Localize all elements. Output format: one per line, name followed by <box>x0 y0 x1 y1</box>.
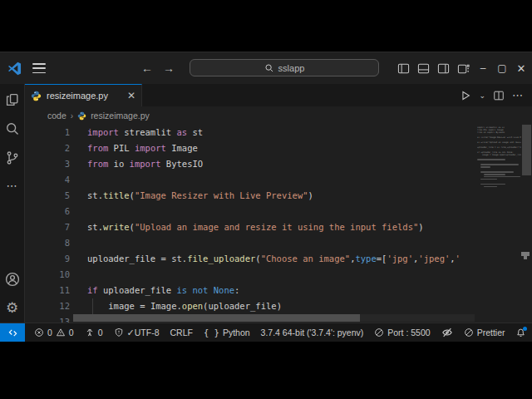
code-line[interactable]: 7st.write("Upload an image and resize it… <box>25 219 475 235</box>
activity-bar: ⋯ ⚙ <box>0 84 25 323</box>
toggle-panel-icon[interactable] <box>417 62 430 75</box>
minimap-line: uploader_file = st.file_uploader("Choose… <box>477 146 521 149</box>
code-lines[interactable]: 1import streamlit as st2from PIL import … <box>25 125 475 323</box>
run-dropdown-icon[interactable]: ⌄ <box>479 91 485 100</box>
line-content[interactable]: st.title("Image Resizer with Live Previe… <box>87 188 313 204</box>
port-indicator[interactable]: Port : 5500 <box>374 328 430 337</box>
code-line[interactable]: 10 <box>25 267 475 283</box>
toggle-sidebar-icon[interactable] <box>397 62 410 75</box>
remote-indicator[interactable] <box>0 323 25 342</box>
command-center-search[interactable]: sslapp <box>190 59 379 76</box>
breadcrumb-file[interactable]: resizeimage.py <box>91 111 150 121</box>
editor-actions: ⌄ ⋯ <box>460 84 532 106</box>
minimize-button[interactable]: – <box>477 62 489 74</box>
toggle-secondary-sidebar-icon[interactable] <box>437 62 450 75</box>
horizontal-scrollbar-thumb[interactable] <box>73 314 360 322</box>
python-file-icon <box>31 91 42 101</box>
toggle-visibility-indicator[interactable] <box>441 327 453 338</box>
code-line[interactable]: 8 <box>25 235 475 251</box>
line-content[interactable]: import streamlit as st <box>87 125 203 140</box>
problems-indicator[interactable]: 0 0 <box>34 328 74 337</box>
account-icon[interactable] <box>5 272 20 287</box>
eye-slash-icon <box>441 327 453 338</box>
code-line[interactable]: 1import streamlit as st <box>25 125 475 140</box>
breadcrumb[interactable]: code › resizeimage.py <box>25 106 532 125</box>
line-content[interactable]: from PIL import Image <box>87 140 198 156</box>
interpreter-indicator[interactable]: 3.7.4 64-bit ('3.7.4': pyenv) <box>261 328 364 337</box>
code-line[interactable]: 11if uploader_file is not None: <box>25 283 475 298</box>
circle-slash-icon <box>464 328 474 337</box>
language-label: Python <box>223 328 250 337</box>
line-number: 9 <box>25 251 87 267</box>
main-body: ⋯ ⚙ resizeima <box>0 84 532 323</box>
minimap-line <box>480 166 490 168</box>
minimap[interactable]: import streamlit as stfrom PIL import Im… <box>475 125 521 323</box>
code-line[interactable]: 5st.title("Image Resizer with Live Previ… <box>25 188 475 204</box>
close-window-button[interactable]: ✕ <box>515 62 527 75</box>
code-line[interactable]: 6 <box>25 204 475 219</box>
more-views-icon[interactable]: ⋯ <box>7 180 18 192</box>
run-python-icon[interactable] <box>460 90 471 101</box>
statusbar-left: 0 0 0 ✓ <box>34 328 135 338</box>
statusbar-right: UTF-8 CRLF { } Python 3.7.4 64-bit ('3.7… <box>135 327 527 338</box>
code-line[interactable]: 2from PIL import Image <box>25 140 475 156</box>
editor-group: resizeimage.py ✕ ⌄ ⋯ <box>25 84 532 323</box>
line-number: 1 <box>25 125 87 140</box>
shield-icon <box>114 328 124 337</box>
code-line[interactable]: 3from io import BytesIO <box>25 156 475 172</box>
status-bar: 0 0 0 ✓ <box>0 323 532 342</box>
tab-label: resizeimage.py <box>47 91 108 101</box>
split-editor-icon[interactable] <box>493 90 505 101</box>
source-control-icon[interactable] <box>5 150 20 165</box>
ports-indicator[interactable]: 0 <box>85 328 103 337</box>
search-value: sslapp <box>278 63 305 73</box>
error-count: 0 <box>47 328 52 337</box>
prettier-indicator[interactable]: Prettier <box>464 328 505 337</box>
vscode-window: ← → sslapp – <box>0 52 532 342</box>
explorer-icon[interactable] <box>5 92 20 107</box>
radio-tower-icon <box>85 328 95 337</box>
minimap-line <box>480 179 497 180</box>
maximize-button[interactable]: ▢ <box>496 62 508 74</box>
breadcrumb-separator: › <box>71 111 73 121</box>
editor-more-actions-icon[interactable]: ⋯ <box>512 89 524 101</box>
tab-resizeimage[interactable]: resizeimage.py ✕ <box>25 84 142 106</box>
search-sidebar-icon[interactable] <box>5 121 20 136</box>
back-arrow-button[interactable]: ← <box>140 60 155 76</box>
vertical-scrollbar[interactable] <box>521 125 532 323</box>
search-icon <box>264 63 274 73</box>
warning-icon <box>56 328 66 337</box>
line-content[interactable]: image = Image.open(uploader_file) <box>87 298 282 314</box>
line-number: 3 <box>25 156 87 172</box>
line-content[interactable]: uploader_file = st.file_uploader("Choose… <box>87 251 461 267</box>
language-indicator[interactable]: { } Python <box>204 328 250 337</box>
code-line[interactable]: 4 <box>25 172 475 188</box>
breadcrumb-folder[interactable]: code <box>47 111 66 121</box>
circle-slash-icon <box>374 328 384 337</box>
tab-close-icon[interactable]: ✕ <box>127 90 135 101</box>
minimap-line <box>480 164 519 165</box>
line-content[interactable]: from io import BytesIO <box>87 156 203 172</box>
line-number: 4 <box>25 172 87 188</box>
line-number: 5 <box>25 188 87 204</box>
horizontal-scrollbar[interactable] <box>73 314 475 322</box>
check-icon: ✓ <box>127 328 135 338</box>
line-content[interactable]: st.write("Upload an image and resize it … <box>87 219 424 235</box>
customize-layout-icon[interactable] <box>457 62 470 75</box>
notifications-indicator[interactable] <box>515 328 526 338</box>
menu-icon[interactable] <box>32 63 46 73</box>
code-line[interactable]: 9uploader_file = st.file_uploader("Choos… <box>25 251 475 267</box>
port-label: Port : 5500 <box>387 328 430 337</box>
code-line[interactable]: 12 image = Image.open(uploader_file) <box>25 298 475 314</box>
python-file-icon <box>77 111 86 121</box>
forward-arrow-button[interactable]: → <box>161 60 176 76</box>
line-content[interactable]: if uploader_file is not None: <box>87 283 239 298</box>
eol-indicator[interactable]: CRLF <box>170 328 193 337</box>
title-bar: ← → sslapp – <box>0 52 532 84</box>
trust-indicator[interactable]: ✓ <box>114 328 135 338</box>
settings-gear-icon[interactable]: ⚙ <box>6 301 18 316</box>
line-number: 7 <box>25 219 87 235</box>
vertical-scrollbar-thumb[interactable] <box>522 125 531 175</box>
minimap-line: st.write("Upload an image and resize it … <box>477 141 521 144</box>
encoding-indicator[interactable]: UTF-8 <box>135 328 160 337</box>
